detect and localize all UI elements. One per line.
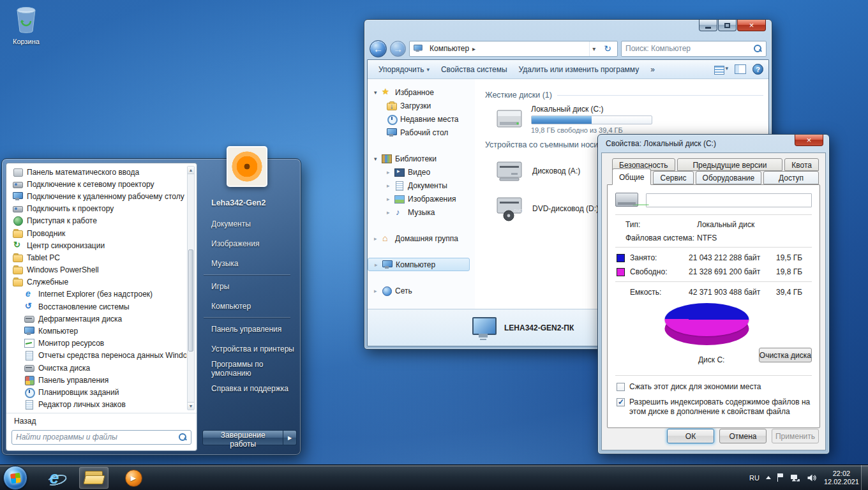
language-indicator[interactable]: RU [749,474,760,482]
change-view-button[interactable] [714,64,728,75]
shutdown-options-button[interactable]: ▶ [283,430,297,445]
program-item[interactable]: Дефрагментация диска [8,313,186,325]
user-name[interactable]: Leha342-Gen2 [197,198,297,207]
toolbar-overflow-button[interactable]: » [645,63,661,77]
tab-hardware[interactable]: Оборудование [696,171,762,184]
sidebar-item-downloads[interactable]: Загрузки [368,99,475,112]
program-item[interactable]: Планировщик заданий [8,386,186,398]
expander-icon[interactable]: ▸ [375,262,382,268]
start-item-default-programs[interactable]: Программы по умолчанию [197,359,297,378]
tab-sharing[interactable]: Доступ [763,171,819,184]
back-button[interactable]: ← [370,40,387,57]
action-center-icon[interactable] [777,473,784,482]
program-item[interactable]: Панель математического ввода [8,166,186,178]
tab-tools[interactable]: Сервис [653,171,693,184]
program-item[interactable]: Центр синхронизации [8,239,186,251]
start-button[interactable] [3,466,27,490]
volume-label-input[interactable] [646,193,812,207]
address-bar[interactable]: Компьютер ▸ ▾ ↻ [409,41,618,57]
cancel-button[interactable]: Отмена [719,429,767,443]
help-button[interactable]: ? [752,64,763,75]
program-item[interactable]: Компьютер [8,325,186,337]
disk-cleanup-button[interactable]: Очистка диска [759,348,812,362]
start-item-pictures[interactable]: Изображения [197,234,297,253]
recycle-bin[interactable]: Корзина [5,4,47,45]
address-history-button[interactable]: ▾ [589,41,598,56]
ok-button[interactable]: ОК [667,429,714,443]
start-item-computer[interactable]: Компьютер [197,296,297,316]
network-icon[interactable] [790,473,800,482]
uninstall-program-button[interactable]: Удалить или изменить программу [513,63,645,77]
program-item[interactable]: Подключить к проектору [8,203,186,215]
start-item-control-panel[interactable]: Панель управления [197,319,297,339]
taskbar-media-player-button[interactable]: ▶ [119,467,148,489]
sidebar-item-music[interactable]: ▸ Музыка [368,205,475,219]
program-item[interactable]: Подключение к удаленному рабочему столу [8,190,186,202]
program-item[interactable]: Tablet PC [8,251,186,264]
explorer-search[interactable] [621,41,767,57]
expander-icon[interactable]: ▸ [387,182,394,189]
program-folder-system-tools[interactable]: Служебные [8,276,186,288]
expander-icon[interactable]: ▸ [374,235,382,242]
taskbar-explorer-button[interactable] [79,467,108,489]
expander-icon[interactable]: ▾ [374,89,382,96]
maximize-button[interactable] [718,20,737,31]
scrollbar-thumb[interactable] [188,249,193,352]
shutdown-button[interactable]: Завершение работы [202,430,283,445]
sidebar-item-recent[interactable]: Недавние места [368,112,475,126]
compress-option[interactable]: Сжать этот диск для экономии места [617,382,812,392]
group-header-hard-disks[interactable]: Жесткие диски (1) [485,91,763,100]
user-avatar[interactable] [227,146,267,187]
expander-icon[interactable]: ▾ [374,156,382,162]
sidebar-item-homegroup[interactable]: ▸ Домашняя группа [368,232,475,245]
drive-c-item[interactable]: Локальный диск (C:) 19,8 ГБ свободно из … [494,105,768,134]
dialog-titlebar[interactable]: Свойства: Локальный диск (C:) × [598,135,829,152]
show-desktop-button[interactable] [861,465,868,490]
index-checkbox[interactable] [617,398,625,406]
back-menu-item[interactable]: Назад [6,413,197,429]
organize-button[interactable]: Упорядочить ▾ [373,63,435,77]
sidebar-item-documents[interactable]: ▸ Документы [368,179,475,192]
sidebar-item-network[interactable]: ▸ Сеть [368,284,475,297]
explorer-search-input[interactable] [625,44,754,53]
program-item[interactable]: Очистка диска [8,362,186,374]
preview-pane-button[interactable] [735,64,746,74]
index-option[interactable]: Разрешить индексировать содержимое файло… [617,397,812,417]
expander-icon[interactable]: ▸ [374,288,382,294]
dialog-close-button[interactable]: × [795,135,823,146]
breadcrumb-location[interactable]: Компьютер [430,44,469,53]
program-item[interactable]: Приступая к работе [8,215,186,227]
sidebar-item-favorites[interactable]: ▾ Избранное [368,85,475,99]
start-item-music[interactable]: Музыка [197,253,297,273]
forward-button[interactable]: → [390,41,406,57]
start-search-input[interactable] [16,433,179,442]
breadcrumb-arrow-icon[interactable]: ▸ [472,45,475,52]
system-properties-button[interactable]: Свойства системы [435,63,513,77]
volume-icon[interactable] [807,473,816,482]
program-item[interactable]: Отчеты средства переноса данных Windows [8,350,186,362]
sidebar-item-video[interactable]: ▸ Видео [368,165,475,179]
minimize-button[interactable] [699,20,717,31]
refresh-button[interactable]: ↻ [601,43,614,54]
expander-icon[interactable]: ▸ [387,196,394,202]
explorer-titlebar[interactable]: × [364,20,772,38]
scroll-up-icon[interactable]: ▲ [188,167,194,174]
scrollbar[interactable]: ▲ ▼ [187,166,195,410]
start-item-games[interactable]: Игры [197,276,297,296]
tab-quota[interactable]: Квота [784,158,819,171]
start-item-help-support[interactable]: Справка и поддержка [197,378,297,398]
program-item[interactable]: Монитор ресурсов [8,338,186,350]
program-item[interactable]: Подключение к сетевому проектору [8,178,186,190]
clock[interactable]: 22:02 12.02.2021 [824,470,859,486]
hidden-icons-button[interactable] [766,476,771,479]
close-button[interactable]: × [737,20,766,31]
sidebar-item-computer[interactable]: ▸ Компьютер [368,258,470,271]
apply-button[interactable]: Применить [772,429,819,443]
program-item[interactable]: Панель управления [8,374,186,386]
tab-general[interactable]: Общие [612,168,651,185]
program-item[interactable]: Windows PowerShell [8,264,186,276]
start-search[interactable] [11,430,191,445]
program-item[interactable]: Восстановление системы [8,301,186,313]
start-item-documents[interactable]: Документы [197,214,297,234]
sidebar-item-pictures[interactable]: ▸ Изображения [368,192,475,205]
